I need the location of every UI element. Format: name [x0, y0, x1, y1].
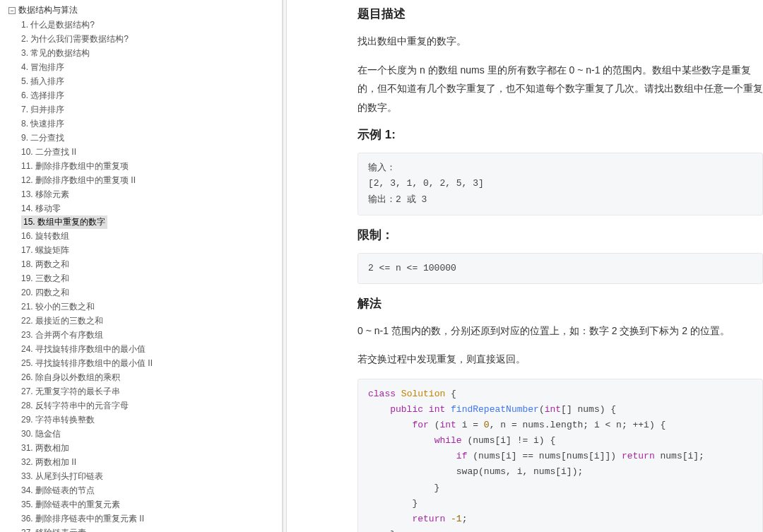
- tree-root-text: 数据结构与算法: [18, 4, 78, 16]
- tree-root-label[interactable]: − 数据结构与算法: [8, 3, 282, 18]
- sidebar-item[interactable]: 16. 旋转数组: [21, 229, 282, 243]
- sidebar-item[interactable]: 27. 无重复字符的最长子串: [21, 384, 282, 398]
- sidebar: − 数据结构与算法 1. 什么是数据结构?2. 为什么我们需要数据结构?3. 常…: [0, 0, 283, 532]
- sidebar-item[interactable]: 22. 最接近的三数之和: [21, 314, 282, 328]
- sidebar-item[interactable]: 8. 快速排序: [21, 117, 282, 131]
- sidebar-item[interactable]: 26. 除自身以外数组的乘积: [21, 370, 282, 384]
- sidebar-item[interactable]: 35. 删除链表中的重复元素: [21, 497, 282, 512]
- tree-collapse-icon[interactable]: −: [8, 7, 16, 14]
- sidebar-item[interactable]: 21. 较小的三数之和: [21, 300, 282, 314]
- sidebar-item[interactable]: 10. 二分查找 II: [21, 145, 282, 159]
- sidebar-item[interactable]: 25. 寻找旋转排序数组中的最小值 II: [21, 356, 282, 370]
- example-title: 示例 1:: [357, 126, 763, 143]
- sidebar-item[interactable]: 33. 从尾到头打印链表: [21, 469, 282, 483]
- sidebar-item[interactable]: 23. 合并两个有序数组: [21, 328, 282, 342]
- example-block: 输入： [2, 3, 1, 0, 2, 5, 3] 输出：2 或 3: [357, 153, 763, 215]
- sidebar-item[interactable]: 28. 反转字符串中的元音字母: [21, 398, 282, 413]
- sidebar-item[interactable]: 7. 归并排序: [21, 102, 282, 117]
- sidebar-item[interactable]: 2. 为什么我们需要数据结构?: [21, 32, 282, 46]
- tree-root: − 数据结构与算法 1. 什么是数据结构?2. 为什么我们需要数据结构?3. 常…: [6, 3, 282, 532]
- sidebar-item[interactable]: 36. 删除排序链表中的重复元素 II: [21, 512, 282, 526]
- sidebar-item[interactable]: 14. 移动零: [21, 201, 282, 215]
- limit-block: 2 <= n <= 100000: [357, 253, 763, 284]
- sidebar-item[interactable]: 19. 三数之和: [21, 271, 282, 285]
- sidebar-item[interactable]: 20. 四数之和: [21, 285, 282, 300]
- article-content: 题目描述 找出数组中重复的数字。 在一个长度为 n 的数组 nums 里的所有数…: [287, 0, 763, 532]
- sidebar-item[interactable]: 15. 数组中重复的数字: [21, 215, 107, 229]
- solution-title: 解法: [357, 295, 763, 312]
- sidebar-item[interactable]: 4. 冒泡排序: [21, 60, 282, 74]
- sidebar-item[interactable]: 12. 删除排序数组中的重复项 II: [21, 173, 282, 187]
- section-description-title: 题目描述: [357, 6, 763, 22]
- sidebar-item[interactable]: 3. 常见的数据结构: [21, 46, 282, 60]
- solution-code-block: class Solution { public int findRepeatNu…: [357, 379, 763, 532]
- sidebar-item[interactable]: 24. 寻找旋转排序数组中的最小值: [21, 342, 282, 356]
- sidebar-item[interactable]: 29. 字符串转换整数: [21, 413, 282, 427]
- sidebar-item[interactable]: 6. 选择排序: [21, 88, 282, 102]
- sidebar-item[interactable]: 1. 什么是数据结构?: [21, 18, 282, 32]
- sidebar-item[interactable]: 37. 移除链表元素: [21, 526, 282, 532]
- solution-line-2: 若交换过程中发现重复，则直接返回。: [357, 350, 763, 369]
- sidebar-item[interactable]: 11. 删除排序数组中的重复项: [21, 159, 282, 173]
- sidebar-item[interactable]: 31. 两数相加: [21, 441, 282, 455]
- tree-children: 1. 什么是数据结构?2. 为什么我们需要数据结构?3. 常见的数据结构4. 冒…: [8, 18, 282, 532]
- sidebar-item[interactable]: 5. 插入排序: [21, 74, 282, 88]
- sidebar-item[interactable]: 32. 两数相加 II: [21, 455, 282, 469]
- limit-title: 限制：: [357, 227, 763, 243]
- sidebar-item[interactable]: 17. 螺旋矩阵: [21, 243, 282, 257]
- sidebar-item[interactable]: 13. 移除元素: [21, 187, 282, 201]
- solution-line-1: 0 ~ n-1 范围内的数，分别还原到对应的位置上，如：数字 2 交换到下标为 …: [357, 321, 763, 341]
- description-line-2: 在一个长度为 n 的数组 nums 里的所有数字都在 0 ~ n-1 的范围内。…: [357, 61, 763, 117]
- sidebar-item[interactable]: 18. 两数之和: [21, 257, 282, 271]
- sidebar-item[interactable]: 30. 隐金信: [21, 427, 282, 441]
- description-line-1: 找出数组中重复的数字。: [357, 32, 763, 51]
- sidebar-item[interactable]: 34. 删除链表的节点: [21, 483, 282, 497]
- sidebar-item[interactable]: 9. 二分查找: [21, 131, 282, 145]
